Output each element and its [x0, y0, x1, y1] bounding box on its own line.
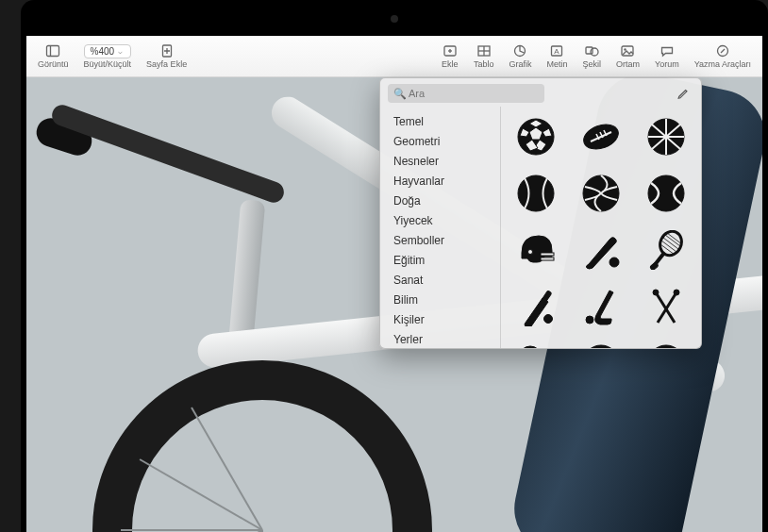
shape-pingpong[interactable] — [513, 341, 559, 348]
shape-football-helmet[interactable] — [513, 227, 559, 273]
table-label: Tablo — [474, 59, 494, 69]
media-icon — [619, 43, 636, 58]
chevron-down-icon: ⌵ — [118, 47, 123, 56]
shape-hockey-stick[interactable] — [578, 284, 624, 329]
media-label: Ortam — [616, 59, 640, 69]
shape-category-item[interactable]: Kişiler — [384, 310, 496, 330]
shape-button[interactable]: Şekil — [576, 43, 607, 69]
chart-icon — [511, 43, 528, 58]
toolbar: Görüntü %400 ⌵ Büyüt/Küçült Sayfa Ekle — [26, 36, 762, 77]
shape-category-item[interactable]: Yerler — [384, 330, 496, 348]
sidebar-icon — [44, 43, 61, 58]
view-button[interactable]: Görüntü — [32, 43, 75, 69]
shape-grid — [501, 107, 701, 348]
shape-label: Şekil — [582, 59, 601, 69]
comment-icon — [659, 43, 676, 58]
insert-icon — [442, 43, 459, 58]
svg-point-17 — [625, 48, 626, 50]
zoom-label: Büyüt/Küçült — [84, 59, 132, 69]
shape-football[interactable] — [578, 114, 624, 159]
shape-category-item[interactable]: Eğitim — [384, 251, 496, 271]
text-button[interactable]: A Metin — [541, 43, 573, 69]
text-icon: A — [548, 43, 565, 58]
add-page-label: Sayfa Ekle — [146, 59, 187, 69]
insert-label: Ekle — [442, 59, 459, 69]
media-button[interactable]: Ortam — [610, 43, 645, 69]
shape-cricket-bat[interactable] — [513, 284, 559, 329]
comment-button[interactable]: Yorum — [649, 43, 685, 69]
view-label: Görüntü — [38, 59, 69, 69]
shape-category-item[interactable]: Sanat — [384, 271, 496, 291]
shape-category-item[interactable]: Yiyecek — [384, 211, 496, 231]
zoom-control[interactable]: %400 ⌵ Büyüt/Küçült — [78, 44, 138, 69]
shape-icon — [583, 43, 600, 58]
writing-tools-button[interactable]: Yazma Araçları — [689, 43, 757, 69]
comment-label: Yorum — [655, 59, 679, 69]
shapes-popover: 🔍 TemelGeometriNesnelerHayvanlarDoğaYiye… — [379, 77, 702, 349]
zoom-value: %400 — [91, 46, 115, 57]
table-button[interactable]: Tablo — [468, 43, 500, 69]
table-icon — [476, 43, 493, 58]
shape-category-item[interactable]: Bilim — [384, 291, 496, 310]
shape-category-item[interactable]: Geometri — [384, 132, 496, 152]
shape-bowling-ball[interactable] — [578, 341, 624, 348]
shape-category-item[interactable]: Nesneler — [384, 152, 496, 172]
shape-category-item[interactable]: Doğa — [384, 191, 496, 211]
shape-category-list: TemelGeometriNesnelerHayvanlarDoğaYiyece… — [380, 107, 501, 348]
shape-tennis-ball[interactable] — [643, 171, 689, 216]
shape-baseball-bat[interactable] — [578, 227, 624, 273]
shape-category-item[interactable]: Semboller — [384, 231, 496, 251]
shape-soccer-ball[interactable] — [513, 114, 559, 159]
add-page-button[interactable]: Sayfa Ekle — [141, 43, 192, 69]
text-label: Metin — [546, 59, 567, 69]
edit-shapes-button[interactable] — [673, 84, 693, 103]
plus-page-icon — [159, 43, 175, 58]
chart-label: Grafik — [509, 59, 531, 69]
writing-tools-icon — [714, 43, 731, 58]
writing-tools-label: Yazma Araçları — [694, 59, 751, 69]
chart-button[interactable]: Grafik — [503, 43, 537, 69]
shape-volleyball[interactable] — [578, 171, 624, 216]
shape-baseball[interactable] — [513, 171, 559, 216]
shape-basketball[interactable] — [643, 114, 689, 159]
shape-ski-poles[interactable] — [643, 284, 689, 329]
shape-category-item[interactable]: Hayvanlar — [384, 172, 496, 191]
shape-dartboard[interactable] — [643, 341, 689, 348]
shape-tennis-racket[interactable] — [643, 227, 689, 273]
shape-category-item[interactable]: Temel — [384, 112, 496, 132]
insert-button[interactable]: Ekle — [436, 43, 464, 69]
shape-search-input[interactable] — [388, 84, 544, 103]
svg-text:A: A — [555, 47, 560, 56]
svg-rect-0 — [47, 46, 59, 57]
camera-dot — [391, 15, 398, 23]
svg-point-15 — [591, 48, 598, 56]
